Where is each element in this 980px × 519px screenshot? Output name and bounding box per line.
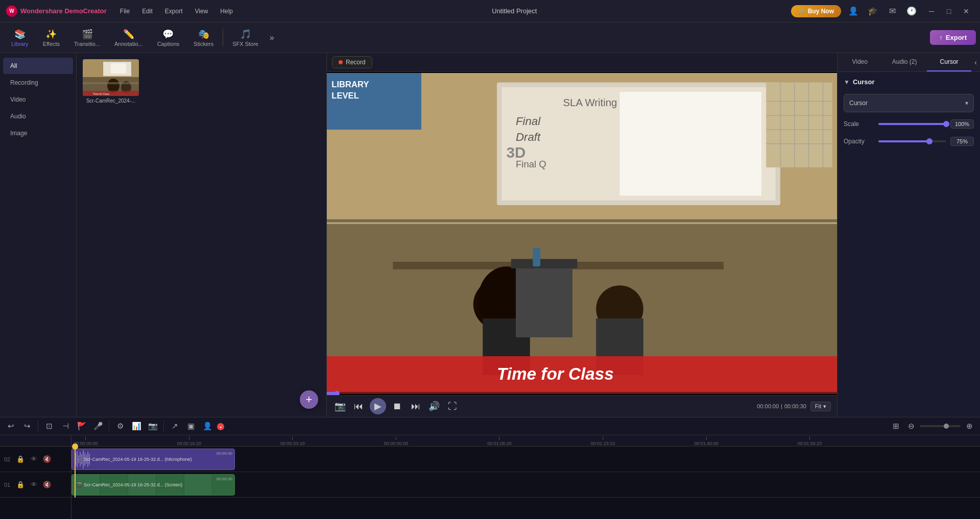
menu-edit[interactable]: Edit [137, 6, 158, 17]
scale-slider[interactable] [878, 123, 946, 125]
category-recording[interactable]: Recording [3, 75, 73, 91]
app-name: Wondershare DemoCreator [20, 7, 107, 15]
dropdown-arrow-icon: ▾ [823, 403, 826, 410]
export-button[interactable]: ↑ Export [930, 30, 976, 45]
mark-button[interactable]: 🚩 [75, 419, 88, 433]
category-video[interactable]: Video [3, 91, 73, 108]
opacity-thumb[interactable] [926, 138, 933, 144]
cursor-dropdown-icon: ▾ [965, 100, 968, 107]
toolbar-effects[interactable]: ✨ Effects [36, 26, 67, 50]
zoom-in-button[interactable]: ⊕ [963, 419, 976, 433]
beats-button[interactable]: 📊 [130, 419, 143, 433]
next-frame-button[interactable]: ⏭ [409, 399, 423, 413]
category-all[interactable]: All [3, 58, 73, 74]
track-clip-audio[interactable]: 🎵 Scr-CamRec_2024-05-19 16-25-32.d... (M… [71, 449, 235, 470]
track-num-01: 01 [4, 482, 12, 488]
time-separator: | [781, 403, 782, 409]
category-image[interactable]: Image [3, 125, 73, 141]
track-lock-01[interactable]: 🔒 [15, 480, 26, 490]
zoom-out-button[interactable]: ⊖ [904, 419, 918, 433]
toolbar-more-button[interactable]: » [266, 30, 278, 45]
add-track-button[interactable]: ⊞ [889, 419, 902, 433]
effects-icon: ✨ [45, 29, 57, 40]
trim-button[interactable]: ⊡ [42, 419, 56, 433]
volume-button[interactable]: 🔊 [427, 399, 441, 413]
person-button[interactable]: 👤 [201, 419, 214, 433]
opacity-slider[interactable] [878, 140, 946, 142]
ruler-spacer [0, 435, 71, 447]
svg-rect-46 [327, 219, 837, 223]
toolbar-library[interactable]: 📚 Library [4, 26, 36, 50]
mail-icon[interactable]: ✉ [885, 4, 899, 18]
sfx-store-icon: 🎵 [240, 29, 251, 40]
zoom-thumb[interactable] [944, 424, 949, 429]
cursor-tl-button[interactable]: ↗ [168, 419, 181, 433]
maximize-button[interactable]: □ [941, 4, 957, 18]
svg-rect-19 [620, 92, 762, 196]
record-button[interactable]: Record [332, 56, 372, 68]
right-panel-tabs: Video Audio (2) Cursor ‹ [838, 53, 980, 72]
cursor-selector[interactable]: Cursor ▾ [844, 94, 974, 112]
track-clip-video[interactable]: 🎬 Scr-CamRec_2024-05-19 16-25-32.d... (S… [71, 474, 235, 496]
screenshot-button[interactable]: 📷 [333, 399, 347, 413]
screenshot-tl-button[interactable]: 📷 [146, 419, 159, 433]
close-button[interactable]: ✕ [959, 4, 974, 18]
menu-bar: File Edit Export View Help [115, 6, 238, 17]
settings-button[interactable]: ⚙ [113, 419, 127, 433]
redo-button[interactable]: ↪ [20, 419, 34, 433]
right-panel: Video Audio (2) Cursor ‹ ▼ Cursor Cursor… [837, 53, 980, 417]
timeline-body: 02 🔒 👁 🔇 01 🔒 👁 🔇 00:00:00:00 00:00:16:2… [0, 435, 980, 519]
toolbar-stickers[interactable]: 🎭 Stickers [186, 26, 221, 50]
menu-file[interactable]: File [115, 6, 135, 17]
toolbar-sfx-store[interactable]: 🎵 SFX Store [225, 26, 266, 50]
opacity-row: Opacity 75% [844, 137, 974, 146]
prev-frame-button[interactable]: ⏮ [351, 399, 366, 413]
mic-button[interactable]: 🎤 [91, 419, 105, 433]
tab-audio[interactable]: Audio (2) [882, 53, 926, 71]
buy-now-button[interactable]: 🛒 Buy Now [791, 5, 841, 17]
record-indicator [339, 60, 343, 64]
menu-export[interactable]: Export [160, 6, 188, 17]
zoom-slider[interactable] [920, 425, 961, 427]
toolbar-captions[interactable]: 💬 Captions [150, 26, 186, 50]
svg-rect-20 [766, 83, 832, 168]
menu-view[interactable]: View [190, 6, 213, 17]
track-mute-01[interactable]: 🔇 [42, 480, 52, 490]
clock-icon[interactable]: 🕐 [904, 4, 919, 18]
user-icon[interactable]: 👤 [846, 4, 861, 18]
right-panel-arrow[interactable]: ‹ [971, 53, 980, 71]
scale-thumb[interactable] [943, 121, 949, 127]
category-audio[interactable]: Audio [3, 108, 73, 125]
ruler-mark-5: 00:01:23:10 [591, 437, 615, 446]
track-eye-02[interactable]: 👁 [29, 454, 39, 464]
play-pause-button[interactable]: ▶ [370, 398, 386, 414]
track-mute-02[interactable]: 🔇 [42, 454, 52, 464]
ruler-mark-7: 00:01:56:20 [798, 437, 822, 446]
collapse-icon[interactable]: ▼ [844, 79, 850, 86]
fit-dropdown[interactable]: Fit ▾ [810, 402, 831, 411]
menu-help[interactable]: Help [215, 6, 238, 17]
playhead [75, 447, 76, 498]
tab-cursor[interactable]: Cursor [927, 53, 971, 71]
toolbar-annotations[interactable]: ✏️ Annotatio... [107, 26, 150, 50]
video-clip-label: 🎬 Scr-CamRec_2024-05-19 16-25-32.d... (S… [76, 482, 182, 487]
track-lock-02[interactable]: 🔒 [15, 454, 26, 464]
opacity-track [878, 140, 929, 142]
split-button[interactable]: ⊣ [59, 419, 72, 433]
tab-video[interactable]: Video [838, 53, 882, 71]
media-thumbnail: Time for Class [83, 59, 139, 96]
undo-button[interactable]: ↩ [4, 419, 17, 433]
tl-separator-2 [109, 421, 109, 431]
tl-separator-1 [38, 421, 38, 431]
track-eye-01[interactable]: 👁 [29, 480, 39, 490]
add-media-button[interactable]: + [300, 390, 318, 409]
video-frame-svg: Final Draft Final Q 3D SLA Writing [327, 72, 837, 395]
media-item[interactable]: Time for Class Scr-CamRec_2024-... [83, 59, 139, 104]
minimize-button[interactable]: ─ [924, 4, 939, 18]
select-button[interactable]: ▣ [184, 419, 198, 433]
toolbar-transitions[interactable]: 🎬 Transitio... [67, 26, 107, 50]
bell-icon[interactable]: 🎓 [866, 4, 880, 18]
stop-button[interactable]: ⏹ [390, 399, 404, 413]
fullscreen-button[interactable]: ⛶ [445, 399, 460, 413]
track-row-02: 🎵 Scr-CamRec_2024-05-19 16-25-32.d... (M… [71, 447, 980, 472]
